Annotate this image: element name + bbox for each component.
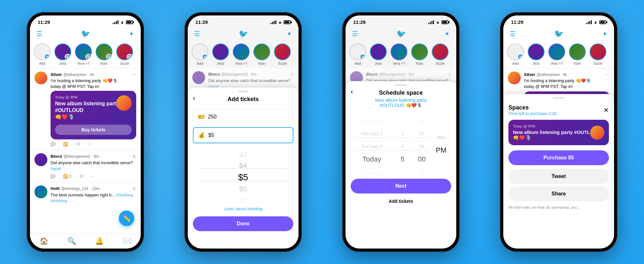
sparkle-icon-1[interactable]: ✦ <box>129 30 134 38</box>
share-action-1[interactable]: ↑ <box>88 142 90 146</box>
menu-icon-1[interactable]: ☰ <box>36 30 42 38</box>
phone-4: 11:29 ▲ ☰ 🐦 ✦ + Add <box>501 13 617 251</box>
spaces-sheet: Spaces Time left to purchase 2:30 ✕ Toda… <box>503 94 614 249</box>
status-icons-2: ▲ <box>270 20 291 24</box>
buy-tickets-button[interactable]: Buy tickets <box>55 125 132 135</box>
like-action-2[interactable]: 🤍 <box>79 174 84 179</box>
add-tickets-label[interactable]: Add tickets <box>346 196 456 206</box>
minute-column: 45 50 55 00 05 10 15 <box>412 114 431 174</box>
story-kian[interactable]: ● Kian <box>96 43 112 65</box>
close-button[interactable]: ✕ <box>603 106 609 114</box>
hour-picker-selection <box>395 137 410 150</box>
tweet-3-avatar <box>34 185 47 198</box>
twitter-logo-3: 🐦 <box>396 29 406 38</box>
like-action-1[interactable]: 🤍 <box>76 142 80 146</box>
tweet-1-author: Silver <box>51 72 62 77</box>
sheet-handle-3 <box>395 84 407 86</box>
phone-1: 11:29 ▲ ☰ 🐦 ✦ + Add <box>27 13 143 251</box>
battery-icon-2 <box>284 20 291 24</box>
retweet-action-2[interactable]: 🔁 2 <box>63 174 71 179</box>
story-kian-avatar: ● <box>96 43 112 60</box>
story-kian-label: Kian <box>100 61 108 65</box>
share-action-2[interactable]: ↑ <box>91 174 93 179</box>
learn-ticketing-link[interactable]: Learn about ticketing <box>188 204 298 214</box>
menu-icon-3: ☰ <box>352 30 358 38</box>
tweet-1: Silver @siilverjones · 9s ··· I'm hostin… <box>30 68 141 150</box>
tweet-3-header: Holli @domingo_124 · 13m ∨ <box>51 185 136 192</box>
purchase-button[interactable]: Purchase $5 <box>508 150 609 165</box>
sheet-handle-2 <box>237 91 249 92</box>
price-picker[interactable]: $3 $4 $5 $6 $7 <box>188 146 298 204</box>
story-vera-avatar-2 <box>233 43 250 60</box>
tweet-2-text: Did anyone else catch that incredible se… <box>51 160 136 172</box>
phone-3-screen: 11:29 ▲ ☰ 🐦 ✦ + Add <box>346 15 456 249</box>
stories-row-2: + Add Jess Vera +7 Kian Suzie <box>188 41 298 68</box>
retweet-action-1[interactable]: 🔁 <box>63 142 68 146</box>
story-jess[interactable]: ● Jess <box>54 43 71 65</box>
twitter-nav-2: ☰ 🐦 ✦ <box>188 27 298 41</box>
spaces-disclaimer: All ticket sales are final. By purchasin… <box>503 203 614 212</box>
status-time-3: 11:29 <box>353 19 365 25</box>
quantity-input[interactable]: 🎫 250 <box>193 109 293 125</box>
collapse-chevron-3[interactable]: ∨ <box>132 185 136 192</box>
picker-selection <box>199 168 287 181</box>
price-input[interactable]: 💰 $5 <box>193 127 293 143</box>
schedule-subtitle: New album listening party #OUTLOUD 👊❤️🎙️ <box>346 98 456 112</box>
menu-icon-4: ☰ <box>510 30 516 38</box>
tweet-1-header: Silver @siilverjones · 9s ··· <box>51 71 136 77</box>
status-time-2: 11:29 <box>195 19 208 25</box>
back-button-2[interactable]: ‹ <box>193 94 195 102</box>
tweet-1-content: Silver @siilverjones · 9s ··· I'm hostin… <box>51 71 136 146</box>
phone-1-screen: 11:29 ▲ ☰ 🐦 ✦ + Add <box>30 15 141 249</box>
story-suzie[interactable]: ● Suzie <box>116 43 133 65</box>
wifi-icon-4: ▲ <box>593 20 598 24</box>
tweet-1-avatar <box>34 71 47 84</box>
collapse-chevron-2[interactable]: ∨ <box>132 153 136 159</box>
spaces-card-avatar <box>590 126 604 140</box>
reply-action-1[interactable]: 💬 <box>51 142 55 146</box>
reply-action-2[interactable]: 💬 <box>51 174 55 179</box>
story-add-label-2: Add <box>197 61 203 65</box>
messages-nav[interactable]: ✉️ <box>123 237 131 245</box>
spaces-timer: Time left to purchase 2:30 <box>508 111 557 116</box>
tweet-button[interactable]: Tweet <box>508 169 609 184</box>
twitter-logo-2: 🐦 <box>239 29 248 38</box>
story-add[interactable]: + Add <box>34 43 51 65</box>
phone-2-screen: 11:29 ▲ ☰ 🐦 ✦ + Add <box>188 15 298 249</box>
tweet-more-1[interactable]: ··· <box>132 71 136 77</box>
minute-05: 05 <box>412 166 431 176</box>
story-vera[interactable]: ● Vera +7 <box>75 43 92 65</box>
datetime-picker[interactable]: Sun Sep 4 Mon Sep 5 Tue Sep 6 Today Thu … <box>346 112 456 176</box>
tweet-1-actions: 💬 🔁 🤍 ↑ <box>51 142 136 146</box>
twitter-logo-1[interactable]: 🐦 <box>81 29 90 38</box>
price-icon: 💰 <box>198 132 205 139</box>
notifications-nav[interactable]: 🔔 <box>95 237 104 245</box>
next-button[interactable]: Next <box>351 179 451 193</box>
bottom-nav-1: 🏠 🔍 🔔 ✉️ <box>30 233 141 249</box>
price-item-0: $3 <box>239 148 247 160</box>
add-tickets-title: Add tickets <box>188 94 298 107</box>
tweet-2: Bloco @blocoperere2 · 6m ∨ Did anyone el… <box>30 150 141 182</box>
schedule-space-sheet: ‹ Schedule space New album listening par… <box>346 81 456 249</box>
search-nav[interactable]: 🔍 <box>67 237 76 245</box>
wifi-icon-3: ▲ <box>436 20 440 24</box>
tweet-3-handle: @domingo_124 <box>61 186 89 191</box>
x-badge-jess: ● <box>65 54 71 60</box>
status-bar-1: 11:29 ▲ <box>30 15 141 27</box>
back-button-3[interactable]: ‹ <box>351 88 353 96</box>
done-button[interactable]: Done <box>193 216 293 231</box>
home-nav[interactable]: 🏠 <box>40 237 48 245</box>
tweet-2-content: Bloco @blocoperere2 · 6m ∨ Did anyone el… <box>51 153 136 179</box>
status-icons-3: ▲ <box>428 20 449 24</box>
price-item-4: $7 <box>239 195 247 204</box>
wifi-icon-1: ▲ <box>120 20 124 24</box>
story-vera-label: Vera +7 <box>77 61 90 65</box>
menu-icon-2: ☰ <box>194 30 200 38</box>
compose-fab[interactable]: ✏️ <box>119 211 134 226</box>
hour-column: 2 3 4 5 6 7 8 <box>393 114 412 174</box>
space-card-1[interactable]: Today @ 9PM New album listening party #O… <box>51 91 136 139</box>
share-button[interactable]: Share <box>508 186 609 201</box>
price-item-3: $6 <box>239 183 247 195</box>
minute-45: 45 <box>412 114 431 127</box>
ampm-column: AM PM <box>431 114 451 174</box>
